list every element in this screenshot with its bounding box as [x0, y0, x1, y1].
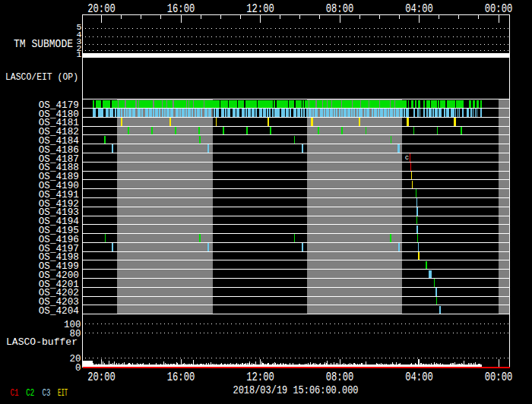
svg-text:12:00: 12:00 — [246, 371, 274, 384]
svg-text:TM SUBMODE: TM SUBMODE — [14, 38, 73, 50]
svg-text:12:00: 12:00 — [246, 2, 274, 16]
svg-text:c: c — [405, 154, 409, 162]
svg-text:16:00: 16:00 — [167, 2, 195, 16]
svg-text:2018/03/19 15:06:00.000: 2018/03/19 15:06:00.000 — [233, 384, 359, 397]
svg-text:0: 0 — [75, 362, 81, 374]
svg-text:1: 1 — [77, 49, 82, 59]
svg-text:LASCO-buffer: LASCO-buffer — [6, 336, 78, 348]
svg-text:04:00: 04:00 — [405, 2, 433, 16]
svg-text:08:00: 08:00 — [326, 2, 354, 16]
svg-text:04:00: 04:00 — [405, 371, 433, 384]
svg-text:OS_4204: OS_4204 — [39, 305, 79, 317]
svg-text:00:00: 00:00 — [485, 371, 513, 384]
svg-text:20:00: 20:00 — [87, 371, 116, 384]
svg-text:80: 80 — [70, 328, 81, 339]
svg-text:C2: C2 — [26, 388, 34, 399]
svg-text:00:00: 00:00 — [485, 2, 513, 16]
svg-text:EIT: EIT — [58, 388, 68, 399]
svg-text:08:00: 08:00 — [326, 371, 354, 384]
svg-text:20:00: 20:00 — [87, 2, 116, 16]
svg-text:C3: C3 — [43, 388, 51, 399]
svg-text:C1: C1 — [11, 388, 19, 399]
svg-text:LASCO/EIT (OP): LASCO/EIT (OP) — [5, 71, 78, 83]
svg-text:16:00: 16:00 — [167, 371, 195, 384]
